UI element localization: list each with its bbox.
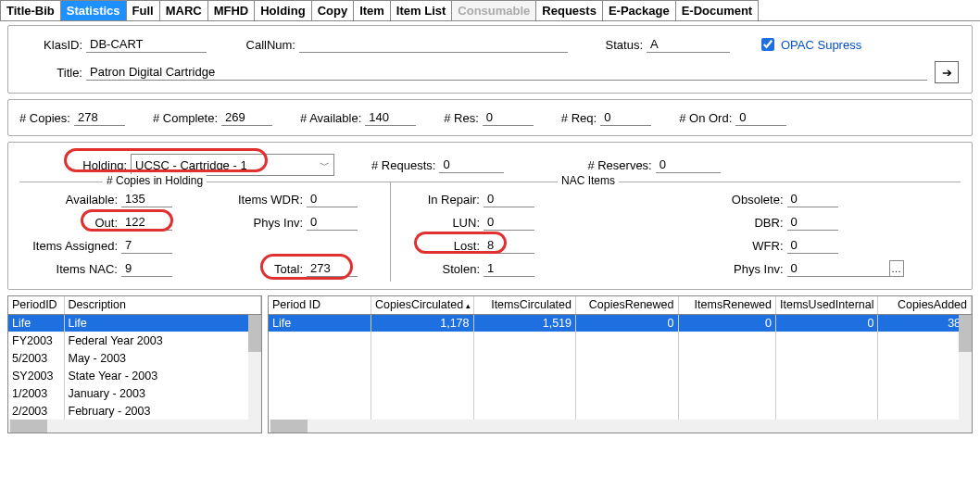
requests-label: # Requests: <box>371 158 439 172</box>
title-label: Title: <box>21 66 86 80</box>
chevron-down-icon: ﹀ <box>320 158 330 172</box>
h-lost-label: Lost: <box>409 239 484 253</box>
stats-col-copies-circulated[interactable]: CopiesCirculated <box>371 296 474 314</box>
h-available-value: 135 <box>121 191 172 207</box>
tab-requests[interactable]: Requests <box>535 0 603 20</box>
table-row <box>269 332 972 349</box>
table-row[interactable]: SY2003State Year - 2003 <box>8 367 261 384</box>
h-lun-value: 0 <box>484 214 534 231</box>
req-label: # Req: <box>561 111 600 125</box>
stats-scrollbar[interactable] <box>959 315 972 420</box>
tab-copy[interactable]: Copy <box>311 0 355 20</box>
stats-col-items-renewed[interactable]: ItemsRenewed <box>678 296 775 314</box>
h-dbr-value: 0 <box>787 214 838 231</box>
holding-value: UCSC - Cartridge - 1 <box>135 158 247 172</box>
holding-label: Holding: <box>75 158 131 172</box>
holding-dropdown[interactable]: UCSC - Cartridge - 1 ﹀ <box>131 154 334 176</box>
tab-title-bib[interactable]: Title-Bib <box>0 0 61 20</box>
stats-col-items-used-internal[interactable]: ItemsUsedInternal <box>775 296 878 314</box>
periods-hscrollbar[interactable] <box>8 420 261 433</box>
nac-items-title: NAC Items <box>558 174 619 187</box>
callnum-field[interactable] <box>299 36 568 53</box>
h-wdr-label: Items WDR: <box>205 193 307 207</box>
available-value: 140 <box>365 109 416 126</box>
table-row[interactable]: LifeLife <box>8 314 261 332</box>
table-row <box>269 402 972 420</box>
requests-value: 0 <box>439 157 504 173</box>
h-physinv-label: Phys Inv: <box>205 216 307 230</box>
tab-bar: Title-Bib Statistics Full MARC MFHD Hold… <box>0 0 980 21</box>
stats-col-copies-renewed[interactable]: CopiesRenewed <box>576 296 679 314</box>
h-out-label: Out: <box>19 216 121 230</box>
table-row <box>269 384 972 402</box>
h-physinv2-label: Phys Inv: <box>685 262 787 276</box>
tab-mfhd[interactable]: MFHD <box>207 0 256 20</box>
h-assigned-label: Items Assigned: <box>19 239 121 253</box>
periods-col-description[interactable]: Description <box>64 296 261 314</box>
req-value: 0 <box>600 109 651 126</box>
tab-e-document[interactable]: E-Document <box>675 0 760 20</box>
tab-holding[interactable]: Holding <box>254 0 311 20</box>
table-row[interactable]: 2/2003February - 2003 <box>8 402 261 420</box>
h-lun-label: LUN: <box>409 216 484 230</box>
table-row[interactable]: FY2003Federal Year 2003 <box>8 332 261 349</box>
h-lost-value: 8 <box>484 237 534 254</box>
complete-value: 269 <box>221 109 272 126</box>
reserves-label: # Reserves: <box>587 158 655 172</box>
h-stolen-value: 1 <box>484 260 534 277</box>
h-obsolete-value: 0 <box>787 191 838 207</box>
status-field[interactable]: A <box>647 36 730 53</box>
reserves-value: 0 <box>656 157 721 173</box>
opac-supress-label: OPAC Supress <box>781 38 861 52</box>
tab-item[interactable]: Item <box>353 0 391 20</box>
tab-item-list[interactable]: Item List <box>390 0 452 20</box>
complete-label: # Complete: <box>153 111 221 125</box>
h-stolen-label: Stolen: <box>409 262 484 276</box>
periods-col-periodid[interactable]: PeriodID <box>8 296 64 314</box>
tables-area: PeriodID Description LifeLifeFY2003Feder… <box>7 295 973 433</box>
h-wdr-value: 0 <box>307 191 358 207</box>
h-repair-value: 0 <box>484 191 534 207</box>
copies-label: # Copies: <box>19 111 74 125</box>
res-value: 0 <box>483 109 534 126</box>
table-row <box>269 349 972 367</box>
periods-table[interactable]: PeriodID Description LifeLifeFY2003Feder… <box>7 295 262 433</box>
stats-col-items-circulated[interactable]: ItemsCirculated <box>473 296 576 314</box>
callnum-label: CallNum: <box>234 38 299 52</box>
available-label: # Available: <box>300 111 365 125</box>
stats-col-copies-added[interactable]: CopiesAdded <box>878 296 972 314</box>
copies-in-holding-title: # Copies in Holding <box>103 174 207 187</box>
opac-supress-checkbox[interactable] <box>761 38 774 51</box>
h-physinv2-value: 0 <box>787 260 889 277</box>
table-row[interactable]: Life1,1781,519000385 <box>269 314 972 332</box>
tab-consumable: Consumable <box>451 0 536 20</box>
klasid-field[interactable]: DB-CART <box>86 36 207 53</box>
summary-panel: # Copies: 278 # Complete: 269 # Availabl… <box>7 99 973 136</box>
arrow-right-icon: ➔ <box>942 66 952 80</box>
copies-value: 278 <box>74 109 125 126</box>
go-button[interactable]: ➔ <box>935 61 959 83</box>
stats-col-periodid[interactable]: Period ID <box>269 296 371 314</box>
table-row <box>269 367 972 384</box>
h-dbr-label: DBR: <box>685 216 787 230</box>
table-row[interactable]: 5/2003May - 2003 <box>8 349 261 367</box>
h-nac-value: 9 <box>121 260 172 277</box>
tab-e-package[interactable]: E-Package <box>602 0 676 20</box>
h-total-value: 273 <box>307 260 358 277</box>
h-out-value: 122 <box>121 214 172 231</box>
h-total-label: Total: <box>205 262 307 276</box>
tab-statistics[interactable]: Statistics <box>60 0 127 20</box>
stats-table[interactable]: Period ID CopiesCirculated ItemsCirculat… <box>268 295 973 433</box>
h-repair-label: In Repair: <box>409 193 484 207</box>
tab-marc[interactable]: MARC <box>159 0 208 20</box>
stats-hscrollbar[interactable] <box>269 420 972 433</box>
title-field[interactable]: Patron Digital Cartridge <box>86 64 927 81</box>
holding-panel: Holding: UCSC - Cartridge - 1 ﹀ # Reques… <box>7 142 973 290</box>
periods-scrollbar[interactable] <box>248 315 261 420</box>
physinv-more-button[interactable]: … <box>889 260 904 277</box>
header-panel: KlasID: DB-CART CallNum: Status: A OPAC … <box>7 25 973 94</box>
tab-full[interactable]: Full <box>126 0 160 20</box>
onord-label: # On Ord: <box>679 111 735 125</box>
table-row[interactable]: 1/2003January - 2003 <box>8 384 261 402</box>
h-assigned-value: 7 <box>121 237 172 254</box>
